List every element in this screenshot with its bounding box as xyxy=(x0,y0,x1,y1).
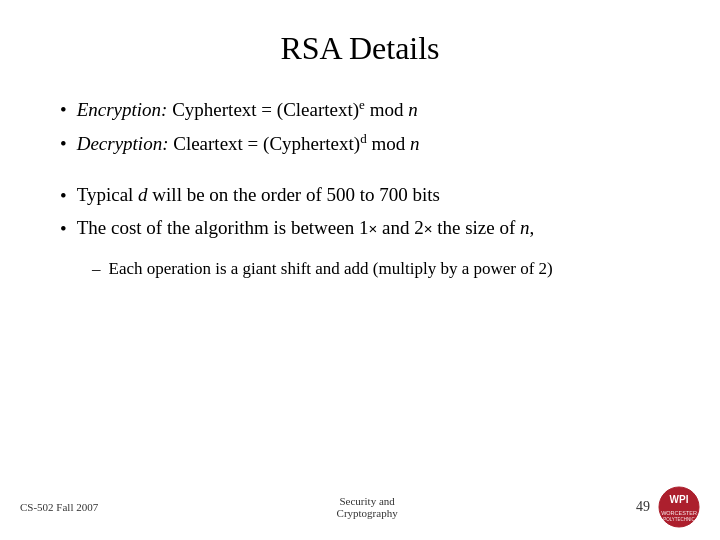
sub-dash: – xyxy=(92,256,101,282)
footer: CS-502 Fall 2007 Security and Cryptograp… xyxy=(0,486,720,528)
bullet-typical-d: • Typical d will be on the order of 500 … xyxy=(60,181,660,211)
bullet-text-encryption: Encryption: Cyphertext = (Cleartext)e mo… xyxy=(77,95,660,125)
footer-right: 49 WPI WORCESTER POLYTECHNIC xyxy=(636,486,700,528)
bullet-text-typical-d: Typical d will be on the order of 500 to… xyxy=(77,181,660,210)
bullet-cost: • The cost of the algorithm is between 1… xyxy=(60,214,660,244)
svg-text:POLYTECHNIC: POLYTECHNIC xyxy=(663,517,695,522)
svg-text:WPI: WPI xyxy=(670,494,689,505)
bullet-encryption: • Encryption: Cyphertext = (Cleartext)e … xyxy=(60,95,660,125)
footer-topic: Security and Cryptography xyxy=(337,495,398,519)
footer-topic-line1: Security and xyxy=(337,495,398,507)
wpi-logo: WPI WORCESTER POLYTECHNIC xyxy=(658,486,700,528)
encryption-text: Cyphertext = (Cleartext)e mod n xyxy=(172,99,418,120)
bullet-text-decryption: Decryption: Cleartext = (Cyphertext)d mo… xyxy=(77,129,660,159)
decryption-label: Decryption: xyxy=(77,133,169,154)
bullet-dot-4: • xyxy=(60,215,67,244)
decryption-text: Cleartext = (Cyphertext)d mod n xyxy=(173,133,419,154)
page-number: 49 xyxy=(636,499,650,515)
sub-bullet-shift: – Each operation is a giant shift and ad… xyxy=(92,256,660,282)
bullet-dot-2: • xyxy=(60,130,67,159)
bullet-dot-1: • xyxy=(60,96,67,125)
slide-title: RSA Details xyxy=(60,30,660,67)
footer-topic-line2: Cryptography xyxy=(337,507,398,519)
bullet-dot-3: • xyxy=(60,182,67,211)
footer-course: CS-502 Fall 2007 xyxy=(20,501,98,513)
sub-bullet-text: Each operation is a giant shift and add … xyxy=(109,256,553,282)
slide: RSA Details • Encryption: Cyphertext = (… xyxy=(0,0,720,540)
svg-text:WORCESTER: WORCESTER xyxy=(661,510,697,516)
bullet-text-cost: The cost of the algorithm is between 1× … xyxy=(77,214,660,243)
content-area: • Encryption: Cyphertext = (Cleartext)e … xyxy=(60,95,660,480)
encryption-label: Encryption: xyxy=(77,99,168,120)
bullet-decryption: • Decryption: Cleartext = (Cyphertext)d … xyxy=(60,129,660,159)
